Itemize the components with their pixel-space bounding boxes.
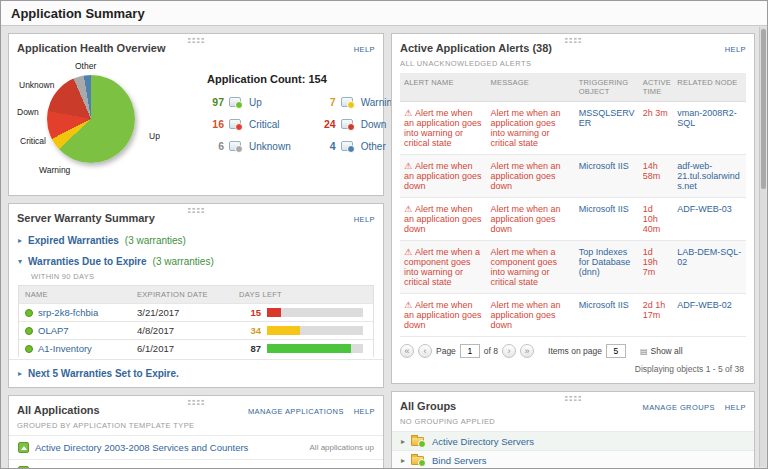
drag-handle-icon[interactable] bbox=[564, 395, 582, 401]
stat-unknown: 6 Unknown bbox=[207, 140, 291, 152]
stat-up-link[interactable]: Up bbox=[249, 97, 262, 108]
health-pie bbox=[47, 75, 135, 163]
panel-all-applications: All Applications MANAGE APPLICATIONS HEL… bbox=[8, 395, 384, 469]
alert-message: Alert me when an application goes down bbox=[487, 294, 575, 337]
alert-name-link[interactable]: Alert me when an application goes down bbox=[404, 161, 482, 191]
stat-count: 24 bbox=[319, 118, 336, 130]
next-warranties-link[interactable]: Next 5 Warranties Set to Expire. bbox=[28, 368, 179, 379]
stat-down: 24 Down bbox=[319, 118, 398, 130]
help-link[interactable]: HELP bbox=[725, 403, 746, 412]
scrollbar-thumb[interactable] bbox=[761, 29, 766, 189]
stat-critical-link[interactable]: Critical bbox=[249, 119, 280, 130]
stat-up: 97 Up bbox=[207, 96, 291, 108]
next-warranties-row[interactable]: ▸ Next 5 Warranties Set to Expire. bbox=[9, 359, 383, 387]
help-link[interactable]: HELP bbox=[354, 407, 375, 416]
server-link[interactable]: A1-Inventory bbox=[38, 343, 92, 354]
drag-handle-icon[interactable] bbox=[187, 399, 205, 405]
stat-other-link[interactable]: Other bbox=[361, 141, 386, 152]
expiration-date: 6/1/2017 bbox=[131, 340, 233, 357]
health-legend: Application Count: 154 97 Up 7 Warning bbox=[207, 61, 398, 183]
triggering-object-link[interactable]: Microsoft IIS bbox=[579, 204, 629, 214]
application-summary-page: { "page": { "title": "Application Summar… bbox=[0, 0, 768, 469]
next-page-button[interactable]: › bbox=[502, 344, 516, 358]
alert-message: Alert me when a component goes into warn… bbox=[487, 241, 575, 294]
triggering-object-link[interactable]: Microsoft IIS bbox=[579, 300, 629, 310]
up-status-icon bbox=[25, 345, 33, 353]
alert-name-link[interactable]: Alert me when an application goes into w… bbox=[404, 108, 482, 148]
drag-handle-icon[interactable] bbox=[564, 37, 582, 43]
group-row[interactable]: ▸ Active Directory Servers bbox=[392, 431, 754, 450]
stat-down-link[interactable]: Down bbox=[361, 119, 387, 130]
pie-label-critical: Critical bbox=[20, 136, 46, 146]
column-days-left: DAYS LEFT bbox=[233, 286, 373, 303]
group-link[interactable]: Bind Servers bbox=[432, 455, 486, 466]
due-to-expire-row[interactable]: ▾ Warranties Due to Expire (3 warranties… bbox=[9, 250, 383, 271]
triggering-object-link[interactable]: Top Indexes for Database (dnn) bbox=[579, 247, 631, 277]
help-link[interactable]: HELP bbox=[725, 45, 746, 54]
related-node-link[interactable]: ADF-WEB-02 bbox=[677, 300, 732, 310]
application-up-icon bbox=[229, 97, 241, 107]
pie-label-unknown: Unknown bbox=[19, 80, 54, 90]
expired-warranties-link[interactable]: Expired Warranties bbox=[28, 235, 119, 246]
related-node-link[interactable]: ADF-WEB-03 bbox=[677, 204, 732, 214]
previous-page-button[interactable]: ‹ bbox=[418, 344, 432, 358]
related-node-link[interactable]: adf-web-21.tul.solarwinds.net bbox=[677, 161, 740, 191]
warranty-table: NAME EXPIRATION DATE DAYS LEFT srp-2k8-f… bbox=[18, 285, 374, 357]
dashboard-content: Application Health Overview HELP Other U… bbox=[1, 26, 767, 469]
page-number-input[interactable] bbox=[460, 344, 480, 358]
application-unknown-icon bbox=[229, 141, 241, 151]
pie-label-down: Down bbox=[17, 107, 39, 117]
first-page-button[interactable]: « bbox=[400, 344, 414, 358]
triggering-object-link[interactable]: MSSQLSERVER bbox=[579, 108, 635, 128]
panel-active-application-alerts: Active Application Alerts (38) HELP ALL … bbox=[391, 33, 755, 384]
related-node-link[interactable]: LAB-DEM-SQL-02 bbox=[677, 247, 741, 267]
warning-triangle-icon: ⚠ bbox=[404, 300, 412, 310]
items-on-page-label: Items on page bbox=[548, 346, 602, 356]
application-count-value: 154 bbox=[308, 73, 326, 85]
warranty-row: OLAP7 4/8/2017 34 bbox=[19, 321, 373, 339]
active-time: 1d 19h 7m bbox=[639, 241, 674, 294]
application-critical-icon bbox=[229, 119, 241, 129]
triggering-object-link[interactable]: Microsoft IIS bbox=[579, 161, 629, 171]
help-link[interactable]: HELP bbox=[354, 215, 375, 224]
expired-warranties-count: (3 warranties) bbox=[125, 235, 186, 246]
manage-groups-link[interactable]: MANAGE GROUPS bbox=[643, 403, 715, 412]
application-link[interactable]: Active Directory 2003-2008 Services and … bbox=[35, 442, 248, 453]
due-to-expire-link[interactable]: Warranties Due to Expire bbox=[28, 256, 147, 267]
alert-name-link[interactable]: Alert me when an application goes down bbox=[404, 300, 482, 330]
expired-warranties-row[interactable]: ▸ Expired Warranties (3 warranties) bbox=[9, 229, 383, 250]
help-link[interactable]: HELP bbox=[354, 45, 375, 54]
alert-message: Alert me when an application goes down bbox=[487, 198, 575, 241]
panel-title: Server Warranty Summary bbox=[17, 212, 155, 224]
last-page-button[interactable]: » bbox=[520, 344, 534, 358]
vertical-scrollbar[interactable] bbox=[759, 27, 766, 467]
alerts-table: ALERT NAME MESSAGE TRIGGERING OBJECT ACT… bbox=[400, 73, 746, 337]
drag-handle-icon[interactable] bbox=[187, 207, 205, 213]
warranty-row: srp-2k8-fchbia 3/21/2017 15 bbox=[19, 303, 373, 321]
application-row[interactable]: Active Directory 2003-2008 Services and … bbox=[9, 435, 383, 459]
group-folder-icon bbox=[411, 456, 424, 465]
drag-handle-icon[interactable] bbox=[187, 37, 205, 43]
expiration-date: 4/8/2017 bbox=[131, 322, 233, 339]
server-link[interactable]: OLAP7 bbox=[38, 325, 69, 336]
alert-name-link[interactable]: Alert me when an application goes down bbox=[404, 204, 482, 234]
warning-triangle-icon: ⚠ bbox=[404, 108, 412, 118]
warning-triangle-icon: ⚠ bbox=[404, 204, 412, 214]
alert-name-link[interactable]: Alert me when a component goes into warn… bbox=[404, 247, 480, 287]
items-per-page-input[interactable] bbox=[606, 344, 626, 358]
show-all-button[interactable]: ▤ Show all bbox=[640, 346, 683, 356]
panel-server-warranty-summary: Server Warranty Summary HELP ▸ Expired W… bbox=[8, 203, 384, 388]
group-row[interactable]: ▸ Bind Servers bbox=[392, 450, 754, 469]
right-column: Active Application Alerts (38) HELP ALL … bbox=[391, 33, 755, 463]
application-row[interactable]: Active Directory 2008 R2 - 2012 Services… bbox=[9, 459, 383, 469]
related-node-link[interactable]: vman-2008R2-SQL bbox=[677, 108, 737, 128]
manage-applications-link[interactable]: MANAGE APPLICATIONS bbox=[248, 407, 344, 416]
server-link[interactable]: srp-2k8-fchbia bbox=[38, 307, 98, 318]
panel-title: All Applications bbox=[17, 404, 100, 416]
group-link[interactable]: Active Directory Servers bbox=[432, 436, 534, 447]
active-time: 14h 58m bbox=[639, 155, 674, 198]
stat-unknown-link[interactable]: Unknown bbox=[249, 141, 291, 152]
warning-triangle-icon: ⚠ bbox=[404, 247, 412, 257]
stat-count: 4 bbox=[319, 140, 336, 152]
health-pie-chart: Other Unknown Down Critical Warning Up bbox=[17, 61, 207, 183]
